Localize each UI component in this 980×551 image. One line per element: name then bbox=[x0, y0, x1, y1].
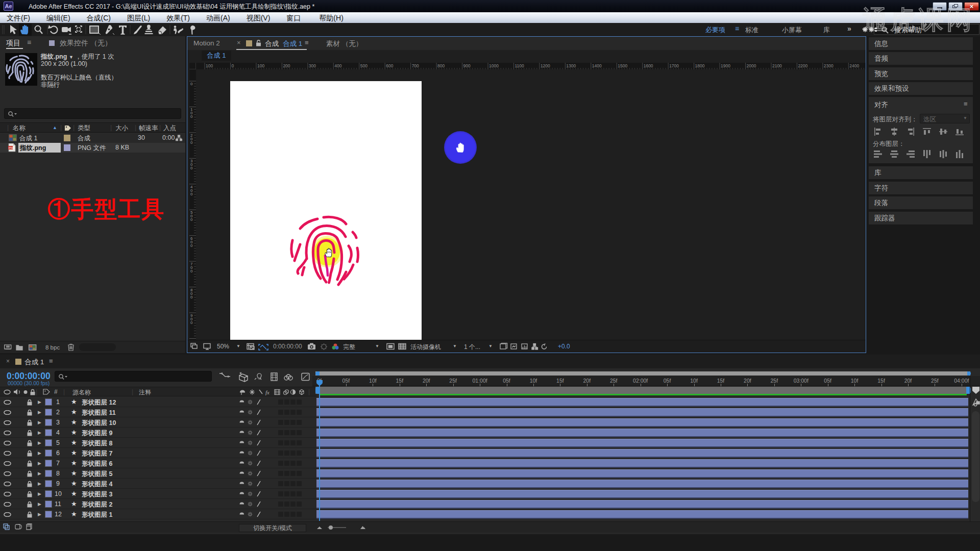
svg-text:0: 0 bbox=[190, 140, 193, 145]
svg-text:1400: 1400 bbox=[592, 63, 602, 68]
svg-text:0: 0 bbox=[190, 269, 193, 273]
svg-text:500: 500 bbox=[360, 63, 368, 68]
svg-text:0: 0 bbox=[190, 82, 193, 86]
svg-text:2000: 2000 bbox=[747, 63, 756, 68]
svg-text:1300: 1300 bbox=[566, 63, 576, 68]
svg-text:2300: 2300 bbox=[824, 63, 834, 68]
svg-text:1000: 1000 bbox=[489, 63, 499, 68]
svg-text:0: 0 bbox=[190, 192, 193, 196]
svg-text:1100: 1100 bbox=[514, 63, 524, 68]
svg-text:600: 600 bbox=[386, 63, 393, 68]
svg-text:200: 200 bbox=[283, 63, 290, 68]
svg-text:0: 0 bbox=[190, 243, 193, 248]
svg-text:100: 100 bbox=[206, 63, 213, 68]
svg-text:0: 0 bbox=[190, 114, 193, 119]
svg-text:2200: 2200 bbox=[798, 63, 807, 68]
svg-text:PNG: PNG bbox=[9, 146, 15, 149]
svg-text:1900: 1900 bbox=[721, 63, 730, 68]
svg-text:1700: 1700 bbox=[669, 63, 679, 68]
svg-text:0: 0 bbox=[190, 295, 193, 299]
svg-text:1800: 1800 bbox=[695, 63, 705, 68]
svg-text:fx: fx bbox=[265, 389, 270, 395]
svg-text:300: 300 bbox=[309, 63, 316, 68]
svg-text:700: 700 bbox=[412, 63, 419, 68]
svg-text:0: 0 bbox=[190, 217, 193, 222]
svg-text:400: 400 bbox=[334, 63, 341, 68]
svg-text:100: 100 bbox=[257, 63, 264, 68]
svg-text:800: 800 bbox=[437, 63, 445, 68]
svg-text:2400: 2400 bbox=[849, 63, 859, 68]
svg-text:0: 0 bbox=[190, 166, 193, 170]
svg-text:2100: 2100 bbox=[772, 63, 782, 68]
svg-text:0: 0 bbox=[190, 320, 193, 325]
svg-text:1200: 1200 bbox=[541, 63, 550, 68]
svg-text:1500: 1500 bbox=[618, 63, 627, 68]
svg-text:0: 0 bbox=[232, 63, 234, 68]
svg-text:1600: 1600 bbox=[644, 63, 653, 68]
svg-text:900: 900 bbox=[463, 63, 471, 68]
